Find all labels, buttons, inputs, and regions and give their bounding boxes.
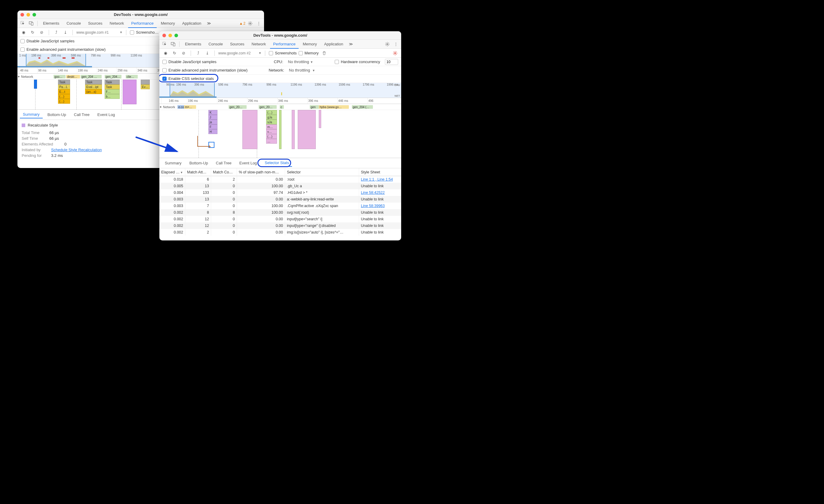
download-icon[interactable]: ⤓ <box>62 29 69 36</box>
col-match-count[interactable]: Match Co… <box>211 168 237 176</box>
flame-segment[interactable] <box>123 80 136 104</box>
tab-performance[interactable]: Performance <box>128 19 157 28</box>
inspect-icon[interactable] <box>161 40 169 48</box>
cpu-throttling-select[interactable]: No throttling ▼ <box>288 59 313 64</box>
tab-performance[interactable]: Performance <box>270 40 298 49</box>
close-icon[interactable] <box>20 13 24 16</box>
flame-segment[interactable] <box>242 110 258 149</box>
tab-sources[interactable]: Sources <box>85 19 106 28</box>
flame-segment[interactable]: Ev… <box>141 85 150 89</box>
minimap-selection[interactable] <box>26 54 86 67</box>
tab-application[interactable]: Application <box>179 19 205 28</box>
subtab-event-log[interactable]: Event Log <box>236 159 260 166</box>
flame-segment[interactable]: Pa…L <box>58 85 70 89</box>
flame-segment[interactable]: b… <box>105 94 120 99</box>
flame-segment[interactable]: E…t <box>58 89 70 94</box>
table-row[interactable]: 0.005130100.00.gb_Uc aUnable to link <box>160 183 401 190</box>
col-selector[interactable]: Selector <box>285 168 359 176</box>
tab-network[interactable]: Network <box>249 40 269 49</box>
kebab-icon[interactable]: ⋮ <box>255 20 262 27</box>
more-tabs-icon[interactable]: ≫ <box>347 40 354 48</box>
flame-segment[interactable]: … <box>266 139 277 144</box>
tab-memory[interactable]: Memory <box>158 19 178 28</box>
col-stylesheet[interactable]: Style Sheet <box>359 168 401 176</box>
tab-memory[interactable]: Memory <box>300 40 320 49</box>
tab-elements[interactable]: Elements <box>40 19 62 28</box>
flame-segment[interactable] <box>298 110 316 149</box>
overview-minimap[interactable]: 96 ms 196 ms 396 ms 596 ms 796 ms 996 ms… <box>160 83 401 98</box>
maximize-icon[interactable] <box>32 13 36 16</box>
flame-segment[interactable]: H <box>208 129 217 134</box>
device-toggle-icon[interactable] <box>170 40 177 48</box>
net-bar[interactable]: m=… <box>184 105 196 109</box>
initiated-by-link[interactable]: Schedule Style Recalculation <box>51 148 102 152</box>
flame-segment[interactable]: sJa <box>266 120 277 124</box>
record-icon[interactable]: ◉ <box>20 29 27 36</box>
subtab-call-tree[interactable]: Call Tree <box>213 159 234 166</box>
flame-segment[interactable]: Task <box>105 80 120 85</box>
titlebar[interactable]: DevTools - www.google.com/ <box>160 31 401 40</box>
upload-icon[interactable]: ⤴ <box>53 29 60 36</box>
col-match-attempts[interactable]: Match Att… <box>185 168 211 176</box>
net-bar[interactable]: gen_20… <box>259 105 277 109</box>
chevron-down-icon[interactable]: ▼ <box>258 51 261 55</box>
css-selector-stats-checkbox[interactable]: ✓Enable CSS selector stats <box>163 76 214 81</box>
screenshots-checkbox[interactable]: Screensho… <box>130 30 159 34</box>
clear-icon[interactable]: ⊘ <box>180 49 187 57</box>
tab-console[interactable]: Console <box>205 40 226 49</box>
net-bar[interactable]: hpba (www.go… <box>319 105 349 109</box>
flame-segment[interactable]: (an…s) <box>85 89 102 94</box>
cell-stylesheet[interactable]: Line 58:42522 <box>359 190 401 196</box>
disable-js-checkbox[interactable]: Disable JavaScript samples <box>20 39 75 43</box>
reload-icon[interactable]: ↻ <box>29 29 36 36</box>
net-bar[interactable]: gen_20… <box>228 105 246 109</box>
screenshots-checkbox[interactable]: Screenshots <box>269 51 297 55</box>
table-row[interactable]: 0.002200.00img:is([sizes="auto" i], [siz… <box>160 229 401 236</box>
table-row[interactable]: 0.00288100.00svg:not(:root)Unable to lin… <box>160 209 401 216</box>
subtab-bottom-up[interactable]: Bottom-Up <box>44 111 69 118</box>
upload-icon[interactable]: ⤴ <box>195 49 202 57</box>
tab-console[interactable]: Console <box>64 19 84 28</box>
chevron-right-icon[interactable]: ▶ <box>18 75 20 78</box>
flame-segment[interactable]: Task <box>85 80 102 85</box>
gear-icon[interactable] <box>246 20 254 27</box>
flame-segment[interactable]: K <box>208 110 217 115</box>
minimize-icon[interactable] <box>26 13 30 16</box>
inspect-icon[interactable] <box>19 20 26 27</box>
flame-segment[interactable]: (…) <box>266 134 277 139</box>
subtab-selector-stats[interactable]: Selector Stats <box>262 159 292 167</box>
flame-segment[interactable]: (…) <box>58 99 70 104</box>
more-tabs-icon[interactable]: ≫ <box>205 20 213 27</box>
net-bar[interactable]: clie… <box>126 75 138 79</box>
network-throttling-select[interactable]: No throttling ▼ <box>289 68 315 73</box>
flame-segment[interactable] <box>292 110 295 149</box>
net-bar[interactable]: deskt… <box>66 75 80 79</box>
flame-segment[interactable]: Task <box>105 85 120 89</box>
flame-segment[interactable]: Task <box>58 80 70 85</box>
adv-paint-checkbox[interactable]: Enable advanced paint instrumentation (s… <box>20 47 106 52</box>
col-elapsed[interactable]: Elapsed …▼ <box>160 168 185 176</box>
flame-segment[interactable] <box>319 110 321 128</box>
table-row[interactable]: 0.0021200.00input[type="range" i]:disabl… <box>160 222 401 229</box>
maximize-icon[interactable] <box>175 34 178 37</box>
flame-segment[interactable]: gJa <box>266 115 277 120</box>
flame-segment[interactable]: m… <box>266 124 277 129</box>
table-row[interactable]: 0.018620.00:rootLine 1:1 , Line 1:54 <box>160 176 401 183</box>
tab-application[interactable]: Application <box>321 40 346 49</box>
table-row[interactable]: 0.004133097.74.HG1dvd > *Line 58:42522 <box>160 190 401 196</box>
net-bar[interactable]: goo… <box>54 75 66 79</box>
device-toggle-icon[interactable] <box>28 20 35 27</box>
memory-checkbox[interactable]: Memory <box>299 51 319 55</box>
subtab-event-log[interactable]: Event Log <box>94 111 118 118</box>
tab-network[interactable]: Network <box>107 19 127 28</box>
hw-concurrency-input[interactable] <box>385 59 398 65</box>
flame-segment[interactable]: J <box>208 115 217 120</box>
subtab-bottom-up[interactable]: Bottom-Up <box>187 159 211 166</box>
close-icon[interactable] <box>163 34 166 37</box>
flame-segment[interactable]: ja <box>208 120 217 124</box>
kebab-icon[interactable]: ⋮ <box>392 40 399 48</box>
net-bar[interactable]: gen_204 … <box>81 75 102 79</box>
disable-js-checkbox[interactable]: Disable JavaScript samples <box>163 59 216 64</box>
warning-badge[interactable]: ▲ 2 <box>239 21 245 25</box>
net-bar[interactable]: gen_204 (… <box>352 105 373 109</box>
